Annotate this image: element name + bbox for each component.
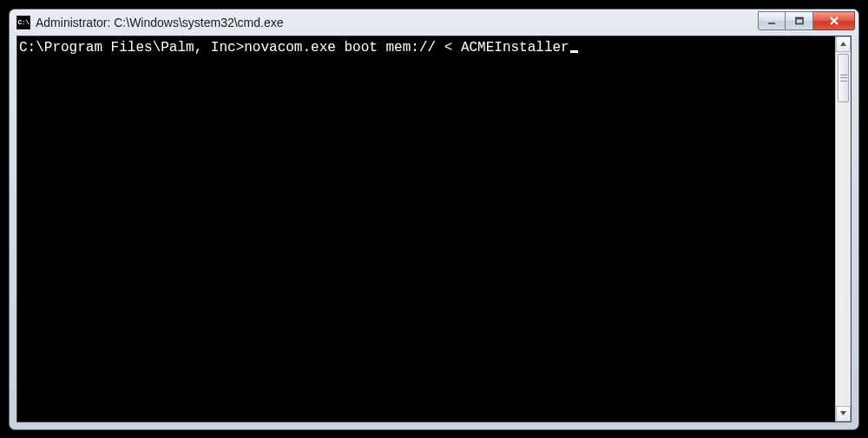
client-area: C:\Program Files\Palm, Inc>novacom.exe b… <box>16 36 852 422</box>
command-text: novacom.exe boot mem:// < ACMEInstaller <box>244 40 569 56</box>
close-button[interactable] <box>813 11 855 30</box>
prompt-text: C:\Program Files\Palm, Inc> <box>19 40 244 56</box>
scroll-up-button[interactable] <box>836 36 851 52</box>
cmd-icon: C:\ <box>16 16 30 29</box>
vertical-scrollbar[interactable] <box>835 36 851 422</box>
scroll-down-button[interactable] <box>836 406 851 422</box>
screenshot-frame: C:\ Administrator: C:\Windows\system32\c… <box>0 0 868 438</box>
minimize-button[interactable] <box>758 11 786 30</box>
console-output[interactable]: C:\Program Files\Palm, Inc>novacom.exe b… <box>17 36 835 422</box>
chevron-down-icon <box>839 409 847 417</box>
scroll-thumb-grip <box>840 75 847 82</box>
cmd-window: C:\ Administrator: C:\Windows\system32\c… <box>9 9 859 430</box>
window-title: Administrator: C:\Windows\system32\cmd.e… <box>36 16 758 29</box>
close-icon <box>828 16 840 26</box>
maximize-button[interactable] <box>786 11 813 30</box>
titlebar[interactable]: C:\ Administrator: C:\Windows\system32\c… <box>10 10 858 36</box>
svg-marker-6 <box>840 411 846 415</box>
text-cursor <box>570 50 578 53</box>
scroll-thumb[interactable] <box>838 54 849 102</box>
maximize-icon <box>794 16 805 26</box>
svg-marker-5 <box>840 42 846 46</box>
cmd-icon-label: C:\ <box>18 19 30 26</box>
chevron-up-icon <box>839 40 847 48</box>
scroll-track[interactable] <box>836 52 851 406</box>
window-controls <box>758 11 855 30</box>
minimize-icon <box>766 16 777 26</box>
